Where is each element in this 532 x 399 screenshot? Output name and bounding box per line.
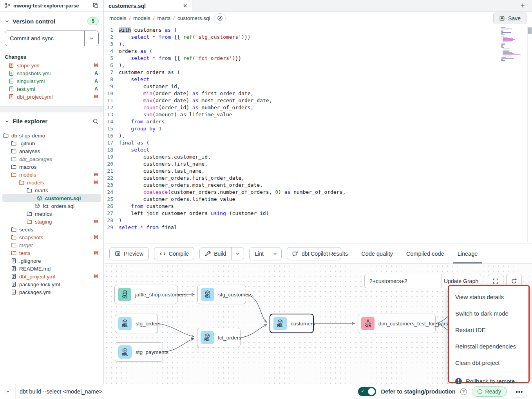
tree-item-snapshots[interactable]: snapshotsM bbox=[0, 233, 103, 241]
commit-options-caret[interactable] bbox=[84, 31, 98, 46]
code-line[interactable]: 9 customer_id, bbox=[104, 83, 532, 90]
lint-options-caret[interactable] bbox=[269, 247, 281, 260]
search-icon[interactable] bbox=[92, 118, 99, 125]
tab-lineage[interactable]: Lineage bbox=[458, 244, 478, 264]
breadcrumb-item[interactable]: models bbox=[133, 15, 150, 21]
code-line[interactable]: 26 from customers bbox=[104, 203, 532, 210]
code-line[interactable]: 5 select * from {{ ref('fct_orders')}} bbox=[104, 55, 532, 62]
command-input[interactable]: dbt build --select <model_name> bbox=[20, 388, 102, 395]
lineage-canvas[interactable]: SRC jaffle_shop.customers MDL stg_custom… bbox=[104, 264, 532, 384]
new-tab-button[interactable]: + bbox=[513, 0, 532, 11]
open-in-explorer-icon[interactable] bbox=[214, 13, 226, 23]
tab-results[interactable]: Results bbox=[329, 244, 348, 264]
code-line[interactable]: 1with customers as ( bbox=[104, 27, 532, 34]
lineage-node-stg-customers[interactable]: MDL stg_customers bbox=[197, 285, 246, 304]
file-explorer-header[interactable]: File explorer bbox=[0, 112, 103, 128]
tree-item-macros[interactable]: macros bbox=[0, 163, 103, 171]
menu-item-clean-dbt-project[interactable]: Clean dbt project bbox=[449, 354, 528, 371]
changed-file-row[interactable]: stripe.yml M bbox=[0, 61, 103, 69]
tree-item-seeds[interactable]: seeds bbox=[0, 226, 103, 233]
tree-item-marts[interactable]: marts bbox=[0, 186, 103, 194]
tree-item-package-lock-yml[interactable]: package-lock.yml bbox=[0, 280, 103, 288]
tree-item-target[interactable]: target bbox=[0, 241, 103, 249]
compile-button[interactable]: Compile bbox=[154, 247, 194, 260]
lineage-node-jaffle-shop-customers[interactable]: SRC jaffle_shop.customers bbox=[114, 285, 177, 304]
code-line[interactable]: 24 coalesce(customer_orders.number_of_or… bbox=[104, 189, 532, 196]
editor-scrollbar[interactable] bbox=[527, 26, 532, 242]
tree-item--gitignore[interactable]: .gitignore bbox=[0, 257, 103, 265]
code-line[interactable]: 17final as ( bbox=[104, 139, 532, 146]
breadcrumb-item[interactable]: customers.sql bbox=[177, 15, 210, 21]
menu-item-reinstall-dependencies[interactable]: Reinstall dependencies bbox=[449, 338, 528, 354]
code-line[interactable]: 12 count(order_id) as number_of_orders, bbox=[104, 104, 532, 111]
code-line[interactable]: 6), bbox=[104, 62, 532, 69]
more-options-button[interactable]: ••• bbox=[512, 386, 527, 397]
code-editor[interactable]: 1with customers as (2 select * from {{ r… bbox=[104, 25, 532, 244]
lineage-node-stg-orders[interactable]: MDL stg_orders bbox=[115, 314, 158, 333]
lineage-selector-input[interactable]: 2+customers+2 bbox=[364, 274, 441, 288]
menu-item-rollback-to-remote[interactable]: !Rollback to remote bbox=[449, 373, 528, 384]
breadcrumb-item[interactable]: models bbox=[109, 15, 127, 21]
code-line[interactable]: 3), bbox=[104, 41, 532, 48]
code-line[interactable]: 27 left join customer_orders using (cust… bbox=[104, 210, 532, 217]
tree-item-dbt-project-yml[interactable]: dbt_project.ymlM bbox=[0, 273, 103, 280]
tree-item-analyses[interactable]: analyses bbox=[0, 147, 103, 155]
changed-file-row[interactable]: snapshots.yml A bbox=[0, 69, 103, 77]
minimap[interactable] bbox=[501, 27, 523, 61]
tree-item-models[interactable]: modelsM bbox=[0, 171, 103, 179]
code-line[interactable]: 20 customers.first_name, bbox=[104, 161, 532, 168]
tab-code-quality[interactable]: Code quality bbox=[361, 244, 393, 264]
changed-file-row[interactable]: singular.yml A bbox=[0, 77, 103, 85]
code-line[interactable]: 29select * from final bbox=[104, 224, 532, 231]
code-line[interactable]: 25 customer_orders.lifetime_value bbox=[104, 196, 532, 203]
copy-icon[interactable] bbox=[93, 3, 99, 9]
lineage-node-fct-orders[interactable]: MDL fct_orders bbox=[197, 328, 241, 347]
code-line[interactable]: 21 customers.last_name, bbox=[104, 168, 532, 175]
version-control-header[interactable]: Version control 5 bbox=[0, 12, 103, 29]
lineage-node-customers[interactable]: MDL customers bbox=[270, 314, 314, 333]
defer-toggle[interactable]: ✓ bbox=[358, 387, 376, 396]
code-line[interactable]: 15 group by 1 bbox=[104, 125, 532, 132]
menu-item-switch-to-dark-mode[interactable]: Switch to dark mode bbox=[449, 305, 528, 321]
code-line[interactable]: 11 max(order_date) as most_recent_order_… bbox=[104, 97, 532, 104]
code-line[interactable]: 4orders as ( bbox=[104, 48, 532, 55]
save-button[interactable]: Save bbox=[493, 13, 527, 24]
close-tab-icon[interactable]: ✕ bbox=[183, 3, 187, 9]
tree-item--github[interactable]: .github bbox=[0, 139, 103, 147]
build-options-caret[interactable] bbox=[231, 247, 244, 260]
tree-item-fct-orders-sql[interactable]: fct_orders.sql bbox=[0, 202, 103, 210]
code-line[interactable]: 23 customer_orders.most_recent_order_dat… bbox=[104, 182, 532, 189]
code-line[interactable]: 7customer_orders as ( bbox=[104, 69, 532, 76]
lineage-node-dim-customers-test-for-parse[interactable]: SEM dim_customers_test_for_parse bbox=[358, 314, 436, 333]
code-line[interactable]: 28) bbox=[104, 217, 532, 224]
tab-customers-sql[interactable]: customers.sql ✕ bbox=[104, 0, 192, 11]
commit-and-sync-button[interactable]: Commit and sync bbox=[5, 31, 84, 46]
scrollbar-thumb[interactable] bbox=[528, 27, 532, 34]
code-line[interactable]: 2 select * from {{ ref('stg_customers')}… bbox=[104, 34, 532, 41]
changed-file-row[interactable]: test.yml A bbox=[0, 85, 103, 93]
help-icon[interactable]: ? bbox=[460, 388, 467, 395]
code-line[interactable]: 10 min(order_date) as first_order_date, bbox=[104, 90, 532, 97]
lineage-node-stg-payments[interactable]: MDL stg_payments bbox=[115, 342, 163, 362]
code-line[interactable]: 8 select bbox=[104, 76, 532, 83]
code-line[interactable]: 13 sum(amount) as lifetime_value bbox=[104, 111, 532, 118]
tree-item-db-sl-qs-demo[interactable]: db-sl-qs-demo bbox=[0, 132, 103, 139]
code-line[interactable]: 16), bbox=[104, 132, 532, 139]
changed-file-row[interactable]: dbt_project.yml M bbox=[0, 93, 103, 101]
code-line[interactable]: 18 select bbox=[104, 146, 532, 153]
breadcrumb-item[interactable]: marts bbox=[157, 15, 171, 21]
code-line[interactable]: 22 customer_orders.first_order_date, bbox=[104, 175, 532, 182]
code-line[interactable]: 14 from orders bbox=[104, 118, 532, 125]
tree-item-metrics[interactable]: metrics bbox=[0, 210, 103, 218]
tree-item-models[interactable]: modelsM bbox=[0, 179, 103, 186]
build-button[interactable]: Build bbox=[200, 247, 231, 260]
tree-item-dbt-packages[interactable]: dbt_packages bbox=[0, 155, 103, 163]
code-line[interactable]: 19 customers.customer_id, bbox=[104, 153, 532, 161]
tab-compiled-code[interactable]: Compiled code bbox=[406, 244, 444, 264]
lint-button[interactable]: Lint bbox=[250, 247, 269, 260]
menu-item-view-status-details[interactable]: View status details bbox=[449, 289, 528, 305]
preview-button[interactable]: Preview bbox=[109, 247, 149, 260]
tree-item-readme-md[interactable]: README.md bbox=[0, 265, 103, 273]
expand-command-bar-icon[interactable] bbox=[0, 384, 16, 399]
tree-item-tests[interactable]: testsM bbox=[0, 249, 103, 257]
